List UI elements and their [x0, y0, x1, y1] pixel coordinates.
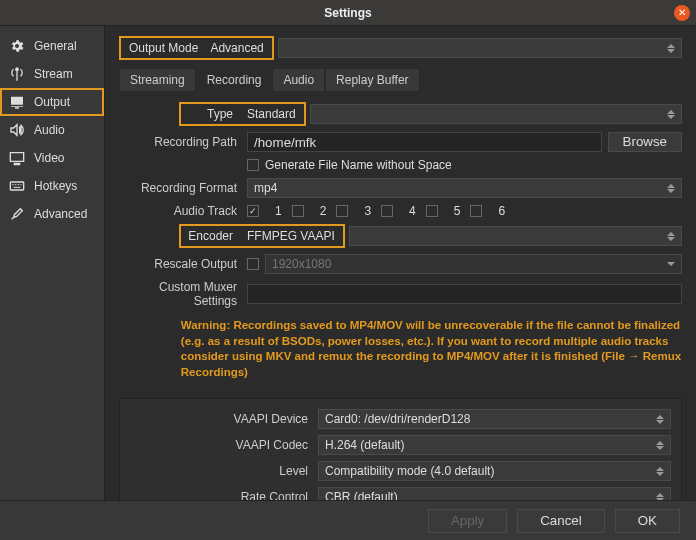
- muxer-label: Custom Muxer Settings: [119, 280, 247, 308]
- gen-filename-checkbox[interactable]: [247, 159, 259, 171]
- main-panel: Output Mode Advanced Streaming Recording…: [105, 26, 696, 500]
- output-mode-highlight: Output Mode Advanced: [119, 36, 274, 60]
- audio-track-3-checkbox[interactable]: [336, 205, 348, 217]
- output-icon: [8, 94, 26, 110]
- sidebar-item-label: Output: [34, 95, 70, 109]
- recording-format-select[interactable]: mp4: [247, 178, 682, 198]
- encoder-highlight: Encoder FFMPEG VAAPI: [179, 224, 345, 248]
- monitor-icon: [8, 150, 26, 166]
- type-highlight: Type Standard: [179, 102, 306, 126]
- type-select[interactable]: [310, 104, 682, 124]
- tab-replay-buffer[interactable]: Replay Buffer: [325, 68, 420, 92]
- gen-filename-label: Generate File Name without Space: [265, 158, 452, 172]
- sidebar-item-label: General: [34, 39, 77, 53]
- sidebar-item-stream[interactable]: Stream: [0, 60, 104, 88]
- keyboard-icon: [8, 178, 26, 194]
- warning-text: Warning: Recordings saved to MP4/MOV wil…: [167, 314, 682, 392]
- audio-track-label: Audio Track: [119, 204, 247, 218]
- vaapi-device-select[interactable]: Card0: /dev/dri/renderD128: [318, 409, 671, 429]
- apply-button: Apply: [428, 509, 507, 533]
- sidebar-item-audio[interactable]: Audio: [0, 116, 104, 144]
- chevron-down-icon: [667, 258, 677, 270]
- chevron-updown-icon: [667, 182, 677, 194]
- sidebar-item-advanced[interactable]: Advanced: [0, 200, 104, 228]
- rate-control-label: Rate Control: [130, 490, 318, 500]
- muxer-input[interactable]: [247, 284, 682, 304]
- sidebar-item-label: Hotkeys: [34, 179, 77, 193]
- recording-format-label: Recording Format: [119, 181, 247, 195]
- rescale-output-select: 1920x1080: [265, 254, 682, 274]
- tools-icon: [8, 206, 26, 222]
- close-icon[interactable]: ✕: [674, 5, 690, 21]
- level-select[interactable]: Compatibility mode (4.0 default): [318, 461, 671, 481]
- output-mode-label: Output Mode: [123, 39, 204, 57]
- sidebar: General Stream Output Audio Video Hotkey…: [0, 26, 105, 500]
- encoder-label: Encoder: [183, 229, 241, 243]
- encoder-select[interactable]: [349, 226, 682, 246]
- window-title: Settings: [324, 6, 371, 20]
- speaker-icon: [8, 122, 26, 138]
- recording-path-label: Recording Path: [119, 135, 247, 149]
- gear-icon: [8, 38, 26, 54]
- rescale-output-checkbox[interactable]: [247, 258, 259, 270]
- tab-audio[interactable]: Audio: [272, 68, 325, 92]
- rescale-output-label: Rescale Output: [119, 257, 247, 271]
- sidebar-item-label: Advanced: [34, 207, 87, 221]
- vaapi-device-label: VAAPI Device: [130, 412, 318, 426]
- vaapi-codec-label: VAAPI Codec: [130, 438, 318, 452]
- output-mode-value[interactable]: Advanced: [204, 39, 269, 57]
- browse-button[interactable]: Browse: [608, 132, 682, 152]
- type-value[interactable]: Standard: [241, 105, 302, 123]
- tab-recording[interactable]: Recording: [196, 68, 273, 92]
- ok-button[interactable]: OK: [615, 509, 680, 533]
- type-label: Type: [183, 107, 241, 121]
- audio-track-6-checkbox[interactable]: [470, 205, 482, 217]
- sidebar-item-label: Stream: [34, 67, 73, 81]
- vaapi-codec-select[interactable]: H.264 (default): [318, 435, 671, 455]
- audio-track-2-checkbox[interactable]: [292, 205, 304, 217]
- sidebar-item-label: Video: [34, 151, 64, 165]
- sidebar-item-output[interactable]: Output: [0, 88, 104, 116]
- chevron-updown-icon: [667, 108, 677, 120]
- chevron-updown-icon: [656, 491, 666, 500]
- svg-rect-0: [10, 182, 23, 190]
- tab-streaming[interactable]: Streaming: [119, 68, 196, 92]
- rate-control-select[interactable]: CBR (default): [318, 487, 671, 500]
- antenna-icon: [8, 66, 26, 82]
- tabs: Streaming Recording Audio Replay Buffer: [119, 68, 682, 92]
- cancel-button[interactable]: Cancel: [517, 509, 605, 533]
- encoder-settings-section: VAAPI Device Card0: /dev/dri/renderD128 …: [119, 398, 682, 500]
- recording-path-input[interactable]: [247, 132, 602, 152]
- titlebar: Settings ✕: [0, 0, 696, 26]
- sidebar-item-general[interactable]: General: [0, 32, 104, 60]
- audio-track-1-checkbox[interactable]: [247, 205, 259, 217]
- sidebar-item-hotkeys[interactable]: Hotkeys: [0, 172, 104, 200]
- encoder-value[interactable]: FFMPEG VAAPI: [241, 227, 341, 245]
- sidebar-item-label: Audio: [34, 123, 65, 137]
- audio-track-4-checkbox[interactable]: [381, 205, 393, 217]
- chevron-updown-icon: [656, 413, 666, 425]
- audio-track-5-checkbox[interactable]: [426, 205, 438, 217]
- sidebar-item-video[interactable]: Video: [0, 144, 104, 172]
- level-label: Level: [130, 464, 318, 478]
- chevron-updown-icon: [667, 230, 677, 242]
- output-mode-select[interactable]: [278, 38, 682, 58]
- footer: Apply Cancel OK: [0, 500, 696, 540]
- chevron-updown-icon: [656, 439, 666, 451]
- chevron-updown-icon: [667, 42, 677, 54]
- chevron-updown-icon: [656, 465, 666, 477]
